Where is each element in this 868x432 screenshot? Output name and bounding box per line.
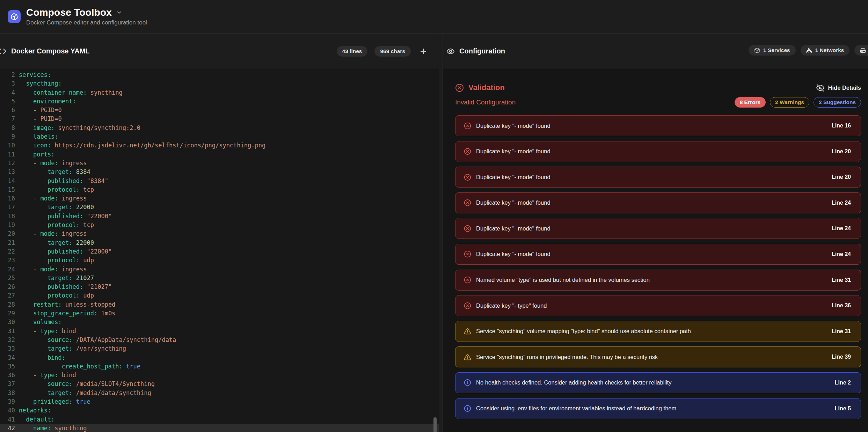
code-line[interactable]: 33 target: /var/syncthing — [0, 344, 439, 353]
code-line[interactable]: 41 default: — [0, 415, 439, 424]
hide-details-button[interactable]: Hide Details — [816, 84, 861, 92]
validation-item[interactable]: Duplicate key "- mode" foundLine 24 — [455, 218, 861, 239]
networks-icon — [806, 47, 812, 53]
code-line[interactable]: 34 bind: — [0, 353, 439, 362]
code-line[interactable]: 9 labels: — [0, 132, 439, 141]
code-text: volumes: — [19, 318, 62, 327]
line-number: 13 — [0, 168, 15, 176]
code-line[interactable]: 14 published: "8384" — [0, 177, 439, 185]
code-line[interactable]: 11 ports: — [0, 150, 439, 159]
validation-item[interactable]: Duplicate key "- mode" foundLine 24 — [455, 244, 861, 265]
code-text: - mode: ingress — [19, 159, 87, 168]
errors-count-badge: 8 Errors — [735, 97, 766, 108]
validation-line-ref: Line 20 — [832, 148, 851, 155]
line-number: 36 — [0, 371, 15, 380]
code-line[interactable]: 35 create_host_path: true — [0, 362, 439, 371]
code-line[interactable]: 38 target: /media/data/syncthing — [0, 389, 439, 397]
validation-line-ref: Line 24 — [832, 225, 851, 232]
line-number: 10 — [0, 141, 15, 150]
code-line[interactable]: 25 target: 21027 — [0, 274, 439, 283]
validation-line-ref: Line 24 — [832, 251, 851, 257]
code-line[interactable]: 8 image: syncthing/syncthing:2.0 — [0, 124, 439, 132]
code-line[interactable]: 29 stop_grace_period: 1m0s — [0, 309, 439, 318]
code-line[interactable]: 17 target: 22000 — [0, 203, 439, 212]
validation-item[interactable]: Duplicate key "- mode" foundLine 16 — [455, 115, 861, 136]
code-text: bind: — [19, 353, 65, 362]
code-line[interactable]: 16 - mode: ingress — [0, 194, 439, 203]
code-line[interactable]: 10 icon: https://cdn.jsdelivr.net/gh/sel… — [0, 141, 439, 150]
line-number: 4 — [0, 88, 15, 97]
validation-item[interactable]: Service "syncthing" runs in privileged m… — [455, 346, 861, 367]
code-text: target: 21027 — [19, 274, 94, 283]
line-number: 6 — [0, 106, 15, 115]
line-number: 39 — [0, 397, 15, 406]
code-line[interactable]: 39 privileged: true — [0, 397, 439, 406]
code-text: published: "22000" — [19, 247, 112, 256]
validation-item[interactable]: Consider using .env files for environmen… — [455, 398, 861, 419]
code-line[interactable]: 15 protocol: tcp — [0, 185, 439, 194]
code-line[interactable]: 42 name: syncthing — [0, 424, 439, 432]
app-title: Compose Toolbox — [26, 7, 112, 18]
code-line[interactable]: 13 target: 8384 — [0, 168, 439, 176]
chars-count-badge: 969 chars — [374, 46, 411, 57]
code-line[interactable]: 2services: — [0, 71, 439, 79]
line-number: 24 — [0, 265, 15, 274]
code-line[interactable]: 30 volumes: — [0, 318, 439, 327]
code-line[interactable]: 4 container_name: syncthing — [0, 88, 439, 97]
code-line[interactable]: 20 - mode: ingress — [0, 229, 439, 238]
error-icon — [464, 302, 471, 309]
error-icon — [464, 276, 471, 284]
validation-section: Validation Hide Details Invalid Configur… — [443, 69, 868, 432]
code-line[interactable]: 28 restart: unless-stopped — [0, 300, 439, 309]
code-line[interactable]: 40networks: — [0, 406, 439, 415]
code-line[interactable]: 27 protocol: udp — [0, 291, 439, 300]
line-number: 12 — [0, 159, 15, 168]
code-line[interactable]: 5 environment: — [0, 97, 439, 106]
validation-item[interactable]: No health checks defined. Consider addin… — [455, 372, 861, 393]
suggestions-count-badge: 2 Suggestions — [814, 97, 861, 108]
validation-item[interactable]: Service "syncthing" volume mapping "type… — [455, 321, 861, 342]
code-line[interactable]: 26 published: "21027" — [0, 283, 439, 291]
code-text: - PUID=0 — [19, 115, 62, 123]
code-text: restart: unless-stopped — [19, 300, 115, 309]
chevron-down-icon[interactable] — [116, 9, 122, 16]
line-number: 16 — [0, 194, 15, 203]
validation-line-ref: Line 16 — [832, 123, 851, 129]
line-number: 40 — [0, 406, 15, 415]
validation-line-ref: Line 31 — [832, 328, 851, 335]
code-text: target: 22000 — [19, 203, 94, 212]
code-text: target: /media/data/syncthing — [19, 389, 151, 397]
code-line[interactable]: 31 - type: bind — [0, 327, 439, 336]
code-line[interactable]: 24 - mode: ingress — [0, 265, 439, 274]
code-line[interactable]: 7 - PUID=0 — [0, 115, 439, 123]
code-line[interactable]: 23 protocol: udp — [0, 256, 439, 265]
code-line[interactable]: 19 protocol: tcp — [0, 221, 439, 229]
code-line[interactable]: 18 published: "22000" — [0, 212, 439, 221]
code-line[interactable]: 6 - PGID=0 — [0, 106, 439, 115]
validation-line-ref: Line 31 — [832, 277, 851, 283]
validation-item[interactable]: Duplicate key "- mode" foundLine 24 — [455, 192, 861, 213]
code-line[interactable]: 3 syncthing: — [0, 79, 439, 88]
code-text: syncthing: — [19, 79, 62, 88]
code-text: - type: bind — [19, 371, 76, 380]
yaml-code-editor[interactable]: 2services:3 syncthing:4 container_name: … — [0, 69, 439, 432]
line-number: 28 — [0, 300, 15, 309]
validation-error-icon — [455, 83, 464, 92]
validation-item[interactable]: Duplicate key "- mode" foundLine 20 — [455, 141, 861, 162]
code-text: source: /media/SLOT4/Syncthing — [19, 380, 155, 388]
validation-item[interactable]: Named volume "type" is used but not defi… — [455, 270, 861, 291]
panel-splitter[interactable] — [439, 34, 443, 432]
validation-item[interactable]: Duplicate key "- type" foundLine 36 — [455, 295, 861, 316]
editor-scrollbar-thumb[interactable] — [433, 417, 437, 432]
validation-line-ref: Line 24 — [832, 200, 851, 206]
code-line[interactable]: 22 published: "22000" — [0, 247, 439, 256]
code-line[interactable]: 21 target: 22000 — [0, 239, 439, 247]
code-line[interactable]: 36 - type: bind — [0, 371, 439, 380]
line-number: 19 — [0, 221, 15, 229]
validation-item[interactable]: Duplicate key "- mode" foundLine 20 — [455, 167, 861, 188]
code-line[interactable]: 32 source: /DATA/AppData/syncthing/data — [0, 336, 439, 344]
code-text: - PGID=0 — [19, 106, 62, 115]
add-button[interactable] — [418, 46, 429, 57]
code-line[interactable]: 37 source: /media/SLOT4/Syncthing — [0, 380, 439, 388]
code-line[interactable]: 12 - mode: ingress — [0, 159, 439, 168]
